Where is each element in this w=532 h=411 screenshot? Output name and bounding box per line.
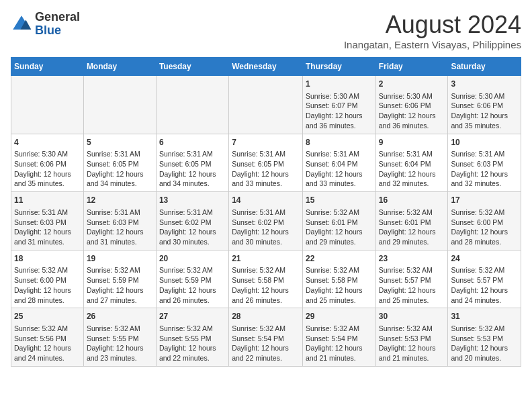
cell-content: Sunrise: 5:31 AM Sunset: 6:04 PM Dayligh… xyxy=(306,149,373,189)
cell-content: Sunrise: 5:30 AM Sunset: 6:06 PM Dayligh… xyxy=(379,91,445,131)
cell-content: Sunrise: 5:32 AM Sunset: 5:56 PM Dayligh… xyxy=(14,324,81,363)
day-number: 7 xyxy=(232,137,300,148)
calendar-cell: 5Sunrise: 5:31 AM Sunset: 6:05 PM Daylig… xyxy=(83,134,156,192)
calendar-cell: 3Sunrise: 5:30 AM Sunset: 6:06 PM Daylig… xyxy=(448,76,521,134)
cell-content: Sunrise: 5:32 AM Sunset: 6:01 PM Dayligh… xyxy=(306,208,373,247)
calendar-cell: 23Sunrise: 5:32 AM Sunset: 5:57 PM Dayli… xyxy=(375,250,448,308)
day-number: 18 xyxy=(14,253,81,265)
cell-content: Sunrise: 5:31 AM Sunset: 6:03 PM Dayligh… xyxy=(451,149,518,189)
calendar-table: SundayMondayTuesdayWednesdayThursdayFrid… xyxy=(11,57,521,367)
calendar-cell: 18Sunrise: 5:32 AM Sunset: 6:00 PM Dayli… xyxy=(11,250,84,308)
day-number: 23 xyxy=(379,253,445,265)
week-row-4: 18Sunrise: 5:32 AM Sunset: 6:00 PM Dayli… xyxy=(11,250,521,308)
cell-content: Sunrise: 5:31 AM Sunset: 6:02 PM Dayligh… xyxy=(159,208,226,247)
calendar-subtitle: Inangatan, Eastern Visayas, Philippines xyxy=(344,39,521,50)
cell-content: Sunrise: 5:32 AM Sunset: 5:55 PM Dayligh… xyxy=(87,324,153,363)
page-header: General Blue August 2024 Inangatan, East… xyxy=(11,11,521,50)
calendar-cell: 20Sunrise: 5:32 AM Sunset: 5:59 PM Dayli… xyxy=(156,250,228,308)
calendar-cell: 4Sunrise: 5:30 AM Sunset: 6:06 PM Daylig… xyxy=(11,134,84,192)
calendar-cell xyxy=(83,76,156,134)
day-number: 10 xyxy=(451,137,518,148)
calendar-cell: 2Sunrise: 5:30 AM Sunset: 6:06 PM Daylig… xyxy=(375,76,448,134)
day-number: 28 xyxy=(232,311,300,322)
calendar-cell: 14Sunrise: 5:31 AM Sunset: 6:02 PM Dayli… xyxy=(229,192,303,250)
cell-content: Sunrise: 5:31 AM Sunset: 6:05 PM Dayligh… xyxy=(87,149,153,189)
day-number: 6 xyxy=(159,137,226,148)
cell-content: Sunrise: 5:32 AM Sunset: 6:00 PM Dayligh… xyxy=(14,265,81,305)
day-number: 16 xyxy=(379,195,445,206)
cell-content: Sunrise: 5:30 AM Sunset: 6:06 PM Dayligh… xyxy=(14,149,81,189)
cell-content: Sunrise: 5:32 AM Sunset: 5:54 PM Dayligh… xyxy=(232,324,300,363)
calendar-cell: 19Sunrise: 5:32 AM Sunset: 5:59 PM Dayli… xyxy=(83,250,156,308)
calendar-cell: 1Sunrise: 5:30 AM Sunset: 6:07 PM Daylig… xyxy=(302,76,375,134)
col-header-wednesday: Wednesday xyxy=(229,58,303,76)
day-number: 26 xyxy=(87,311,153,322)
col-header-friday: Friday xyxy=(375,58,448,76)
calendar-cell xyxy=(156,76,228,134)
calendar-cell: 17Sunrise: 5:32 AM Sunset: 6:00 PM Dayli… xyxy=(448,192,521,250)
logo: General Blue xyxy=(11,11,80,38)
calendar-cell: 15Sunrise: 5:32 AM Sunset: 6:01 PM Dayli… xyxy=(302,192,375,250)
day-number: 24 xyxy=(451,253,518,265)
title-block: August 2024 Inangatan, Eastern Visayas, … xyxy=(344,11,521,50)
day-number: 17 xyxy=(451,195,518,206)
week-row-3: 11Sunrise: 5:31 AM Sunset: 6:03 PM Dayli… xyxy=(11,192,521,250)
cell-content: Sunrise: 5:32 AM Sunset: 6:00 PM Dayligh… xyxy=(451,208,518,247)
day-number: 9 xyxy=(379,137,445,148)
week-row-5: 25Sunrise: 5:32 AM Sunset: 5:56 PM Dayli… xyxy=(11,308,521,367)
day-number: 25 xyxy=(14,311,81,322)
calendar-cell: 12Sunrise: 5:31 AM Sunset: 6:03 PM Dayli… xyxy=(83,192,156,250)
cell-content: Sunrise: 5:32 AM Sunset: 5:58 PM Dayligh… xyxy=(232,265,300,305)
calendar-cell: 30Sunrise: 5:32 AM Sunset: 5:53 PM Dayli… xyxy=(375,308,448,367)
cell-content: Sunrise: 5:32 AM Sunset: 5:53 PM Dayligh… xyxy=(379,324,445,363)
col-header-thursday: Thursday xyxy=(302,58,375,76)
day-number: 29 xyxy=(306,311,373,322)
calendar-title: August 2024 xyxy=(344,11,521,39)
day-number: 1 xyxy=(306,79,373,90)
day-number: 30 xyxy=(379,311,445,322)
day-number: 19 xyxy=(87,253,153,265)
cell-content: Sunrise: 5:30 AM Sunset: 6:06 PM Dayligh… xyxy=(451,91,518,131)
cell-content: Sunrise: 5:32 AM Sunset: 5:53 PM Dayligh… xyxy=(451,324,518,363)
col-header-tuesday: Tuesday xyxy=(156,58,228,76)
cell-content: Sunrise: 5:32 AM Sunset: 5:57 PM Dayligh… xyxy=(451,265,518,305)
cell-content: Sunrise: 5:31 AM Sunset: 6:02 PM Dayligh… xyxy=(232,208,300,247)
day-number: 20 xyxy=(159,253,226,265)
calendar-cell: 27Sunrise: 5:32 AM Sunset: 5:55 PM Dayli… xyxy=(156,308,228,367)
day-number: 13 xyxy=(159,195,226,206)
logo-icon xyxy=(11,13,32,35)
day-number: 5 xyxy=(87,137,153,148)
calendar-cell xyxy=(11,76,84,134)
calendar-cell: 21Sunrise: 5:32 AM Sunset: 5:58 PM Dayli… xyxy=(229,250,303,308)
day-number: 27 xyxy=(159,311,226,322)
cell-content: Sunrise: 5:31 AM Sunset: 6:03 PM Dayligh… xyxy=(87,208,153,247)
day-number: 22 xyxy=(306,253,373,265)
day-number: 31 xyxy=(451,311,518,322)
day-number: 8 xyxy=(306,137,373,148)
week-row-1: 1Sunrise: 5:30 AM Sunset: 6:07 PM Daylig… xyxy=(11,76,521,134)
cell-content: Sunrise: 5:32 AM Sunset: 5:55 PM Dayligh… xyxy=(159,324,226,363)
calendar-cell: 31Sunrise: 5:32 AM Sunset: 5:53 PM Dayli… xyxy=(448,308,521,367)
calendar-cell: 6Sunrise: 5:31 AM Sunset: 6:05 PM Daylig… xyxy=(156,134,228,192)
day-number: 3 xyxy=(451,79,518,90)
day-number: 14 xyxy=(232,195,300,206)
calendar-cell: 25Sunrise: 5:32 AM Sunset: 5:56 PM Dayli… xyxy=(11,308,84,367)
cell-content: Sunrise: 5:31 AM Sunset: 6:03 PM Dayligh… xyxy=(14,208,81,247)
calendar-cell: 26Sunrise: 5:32 AM Sunset: 5:55 PM Dayli… xyxy=(83,308,156,367)
calendar-cell: 22Sunrise: 5:32 AM Sunset: 5:58 PM Dayli… xyxy=(302,250,375,308)
logo-text: General Blue xyxy=(35,11,80,38)
day-number: 2 xyxy=(379,79,445,90)
calendar-cell: 29Sunrise: 5:32 AM Sunset: 5:54 PM Dayli… xyxy=(302,308,375,367)
calendar-cell: 13Sunrise: 5:31 AM Sunset: 6:02 PM Dayli… xyxy=(156,192,228,250)
cell-content: Sunrise: 5:32 AM Sunset: 5:59 PM Dayligh… xyxy=(87,265,153,305)
col-header-saturday: Saturday xyxy=(448,58,521,76)
cell-content: Sunrise: 5:32 AM Sunset: 5:58 PM Dayligh… xyxy=(306,265,373,305)
calendar-cell xyxy=(229,76,303,134)
cell-content: Sunrise: 5:32 AM Sunset: 5:59 PM Dayligh… xyxy=(159,265,226,305)
calendar-cell: 10Sunrise: 5:31 AM Sunset: 6:03 PM Dayli… xyxy=(448,134,521,192)
cell-content: Sunrise: 5:31 AM Sunset: 6:04 PM Dayligh… xyxy=(379,149,445,189)
calendar-header: SundayMondayTuesdayWednesdayThursdayFrid… xyxy=(11,58,521,76)
cell-content: Sunrise: 5:32 AM Sunset: 5:54 PM Dayligh… xyxy=(306,324,373,363)
calendar-body: 1Sunrise: 5:30 AM Sunset: 6:07 PM Daylig… xyxy=(11,76,521,367)
cell-content: Sunrise: 5:32 AM Sunset: 6:01 PM Dayligh… xyxy=(379,208,445,247)
